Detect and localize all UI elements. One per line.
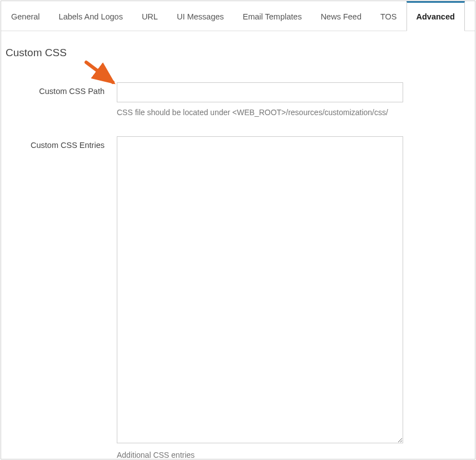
tab-email-templates[interactable]: Email Templates [234,1,311,31]
field-wrapper-css-path: CSS file should be located under <WEB_RO… [117,82,403,117]
tab-ui-messages[interactable]: UI Messages [167,1,234,31]
help-text-css-path: CSS file should be located under <WEB_RO… [117,108,403,117]
tabs-bar: General Labels And Logos URL UI Messages… [1,1,475,31]
label-custom-css-entries: Custom CSS Entries [4,136,117,150]
tab-advanced[interactable]: Advanced [406,1,465,31]
label-custom-css-path: Custom CSS Path [4,82,117,96]
tab-url[interactable]: URL [132,1,167,31]
custom-css-path-input[interactable] [117,82,403,102]
help-text-css-entries: Additional CSS entries [117,451,403,459]
row-custom-css-path: Custom CSS Path CSS file should be locat… [4,82,472,117]
custom-css-entries-textarea[interactable] [117,136,403,443]
field-wrapper-css-entries: Additional CSS entries [117,136,403,459]
content-area: Custom CSS Custom CSS Path CSS file shou… [1,31,475,459]
tab-labels-and-logos[interactable]: Labels And Logos [49,1,132,31]
settings-panel: General Labels And Logos URL UI Messages… [1,1,475,459]
tab-tos[interactable]: TOS [371,1,406,31]
row-custom-css-entries: Custom CSS Entries Additional CSS entrie… [4,136,472,459]
page-title: Custom CSS [6,47,472,59]
tab-general[interactable]: General [1,1,49,31]
tab-news-feed[interactable]: News Feed [311,1,371,31]
